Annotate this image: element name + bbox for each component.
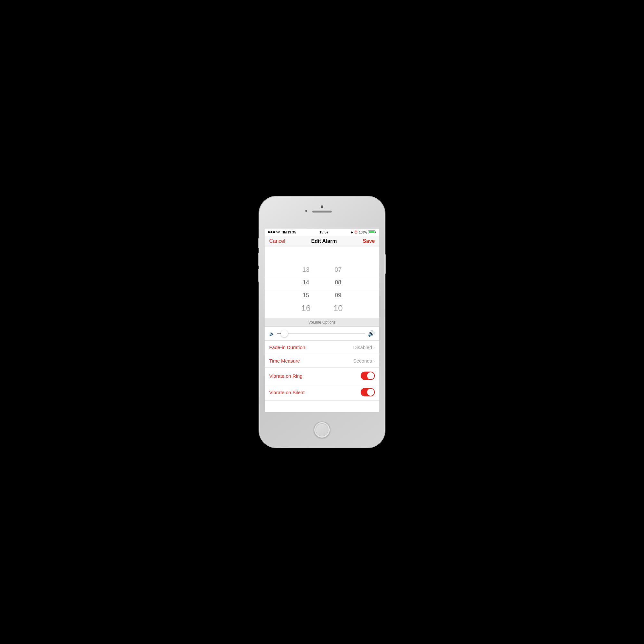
picker-min-2: 09 bbox=[325, 289, 351, 302]
picker-min-1: 08 bbox=[325, 276, 351, 289]
volume-low-icon: 🔈 bbox=[269, 331, 275, 336]
home-button[interactable] bbox=[314, 421, 330, 438]
phone-screen: TIM 19 3G 15:57 ▶ ⏰ 100% Cancel Edit Ala… bbox=[265, 229, 379, 412]
volume-slider-track[interactable] bbox=[277, 333, 365, 334]
vibrate-on-silent-row: Vibrate on Silent bbox=[265, 384, 379, 401]
phone-top-area bbox=[259, 196, 385, 229]
battery-percentage: 100% bbox=[359, 231, 367, 234]
battery-body bbox=[368, 231, 375, 234]
vibrate-on-ring-toggle[interactable] bbox=[361, 372, 375, 380]
save-button[interactable]: Save bbox=[363, 238, 375, 244]
picker-min-selected: 10 bbox=[325, 302, 351, 315]
picker-min-4: 11 bbox=[325, 315, 351, 318]
volume-down-button[interactable] bbox=[258, 269, 259, 282]
power-button[interactable] bbox=[385, 254, 386, 274]
vibrate-on-silent-knob bbox=[367, 389, 374, 396]
picker-hour-2: 15 bbox=[293, 289, 319, 302]
signal-dot-4 bbox=[276, 231, 278, 233]
status-time: 15:57 bbox=[319, 230, 328, 234]
picker-min-0: 07 bbox=[325, 263, 351, 276]
signal-strength bbox=[268, 231, 280, 233]
picker-columns: 13 14 15 16 17 18 19 07 08 09 10 11 12 1… bbox=[265, 247, 379, 318]
picker-hour-selected: 16 bbox=[293, 302, 319, 315]
minutes-column[interactable]: 07 08 09 10 11 12 13 bbox=[322, 263, 354, 318]
battery-fill bbox=[369, 231, 374, 233]
vibrate-on-silent-label: Vibrate on Silent bbox=[269, 390, 361, 395]
network-type: 3G bbox=[292, 231, 296, 234]
page-title: Edit Alarm bbox=[311, 238, 337, 244]
mute-switch[interactable] bbox=[258, 238, 259, 248]
signal-dot-3 bbox=[273, 231, 275, 233]
picker-hour-0: 13 bbox=[293, 263, 319, 276]
alarm-icon: ⏰ bbox=[354, 231, 358, 234]
signal-dot-5 bbox=[278, 231, 280, 233]
vibrate-on-ring-knob bbox=[367, 372, 374, 379]
volume-high-icon: 🔊 bbox=[368, 330, 375, 337]
time-measure-chevron-icon: › bbox=[373, 358, 375, 364]
home-button-area bbox=[259, 412, 385, 448]
time-measure-label: Time Measure bbox=[269, 358, 353, 364]
signal-dot-2 bbox=[270, 231, 272, 233]
picker-line-top bbox=[265, 276, 379, 276]
navigation-bar: Cancel Edit Alarm Save bbox=[265, 236, 379, 247]
front-camera bbox=[321, 205, 323, 208]
fade-in-duration-label: Fade-in Duration bbox=[269, 345, 353, 350]
volume-up-button[interactable] bbox=[258, 253, 259, 266]
phone-device: TIM 19 3G 15:57 ▶ ⏰ 100% Cancel Edit Ala… bbox=[259, 196, 385, 448]
status-left: TIM 19 3G bbox=[268, 231, 296, 234]
battery-icon bbox=[368, 231, 376, 234]
earpiece-speaker bbox=[312, 211, 332, 213]
status-right: ▶ ⏰ 100% bbox=[351, 231, 376, 234]
hours-column[interactable]: 13 14 15 16 17 18 19 bbox=[290, 263, 322, 318]
time-picker[interactable]: 13 14 15 16 17 18 19 07 08 09 10 11 12 1… bbox=[265, 247, 379, 318]
vibrate-on-ring-label: Vibrate on Ring bbox=[269, 373, 361, 379]
picker-hour-1: 14 bbox=[293, 276, 319, 289]
microphone bbox=[305, 210, 307, 212]
volume-options-label: Volume Options bbox=[308, 320, 336, 325]
time-measure-value: Seconds bbox=[353, 358, 372, 364]
volume-slider-row[interactable]: 🔈 🔊 bbox=[265, 327, 379, 341]
vibrate-on-ring-row: Vibrate on Ring bbox=[265, 368, 379, 384]
fade-in-duration-row[interactable]: Fade-in Duration Disabled › bbox=[265, 341, 379, 354]
vibrate-on-silent-toggle[interactable] bbox=[361, 388, 375, 396]
home-button-inner bbox=[316, 423, 328, 436]
volume-options-section-header: Volume Options bbox=[265, 318, 379, 327]
carrier-name: TIM 19 bbox=[281, 231, 291, 234]
signal-dot-1 bbox=[268, 231, 270, 233]
location-icon: ▶ bbox=[351, 231, 353, 234]
fade-in-duration-value: Disabled bbox=[353, 345, 372, 350]
picker-hour-4: 17 bbox=[293, 315, 319, 318]
fade-in-duration-chevron-icon: › bbox=[373, 345, 375, 350]
volume-slider-thumb[interactable] bbox=[281, 330, 288, 337]
status-bar: TIM 19 3G 15:57 ▶ ⏰ 100% bbox=[265, 229, 379, 236]
cancel-button[interactable]: Cancel bbox=[269, 238, 285, 244]
time-measure-row[interactable]: Time Measure Seconds › bbox=[265, 354, 379, 368]
battery-tip bbox=[375, 232, 376, 233]
